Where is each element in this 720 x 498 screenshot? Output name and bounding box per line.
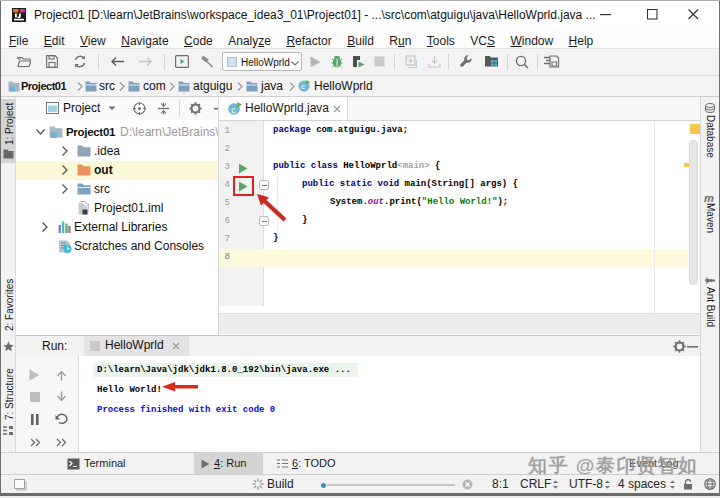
- svg-text:c: c: [231, 105, 236, 115]
- svg-text:c: c: [301, 82, 305, 91]
